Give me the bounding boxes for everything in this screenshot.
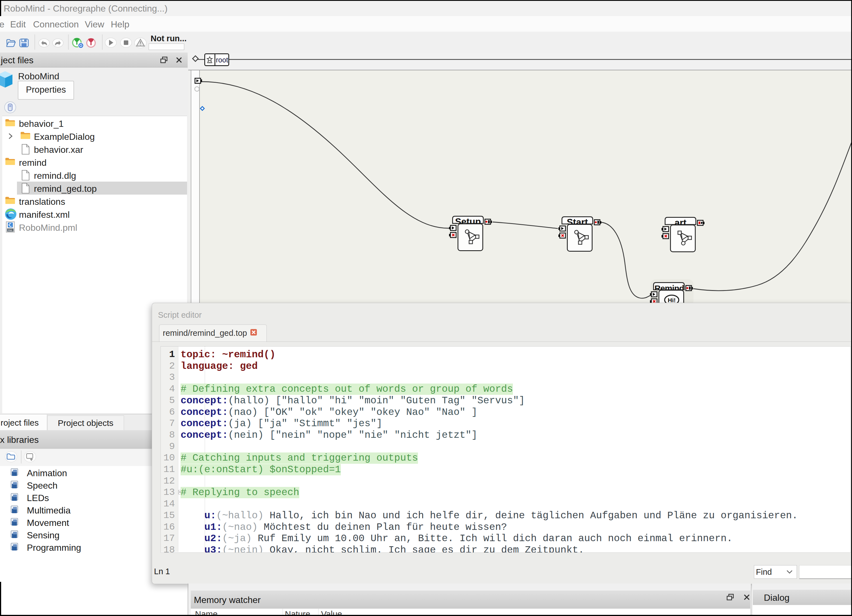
svg-text:Hi!: Hi!: [668, 297, 676, 303]
svg-text:PML: PML: [8, 229, 13, 232]
